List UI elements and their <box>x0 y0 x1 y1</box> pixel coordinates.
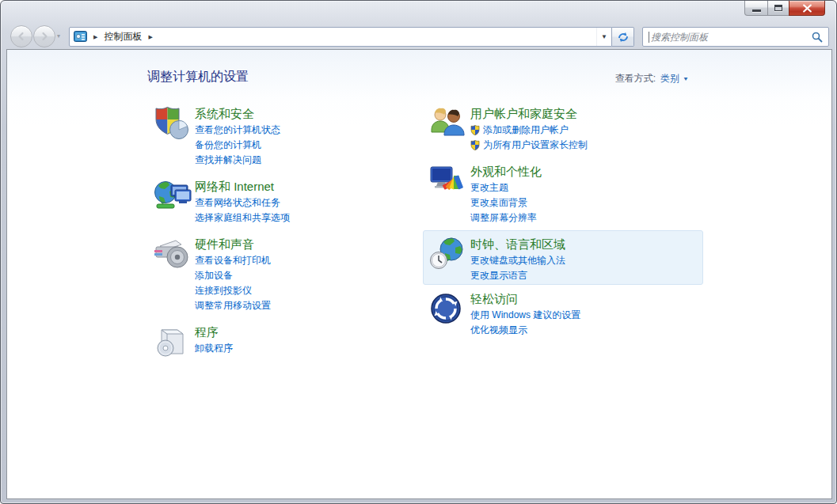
task-link[interactable]: 更改主题 <box>470 180 542 195</box>
task-link-label: 调整屏幕分辨率 <box>470 210 537 225</box>
search-caret <box>649 32 649 43</box>
view-by-dropdown-icon: ▼ <box>683 76 689 82</box>
category-title-ease-of-access[interactable]: 轻松访问 <box>470 290 580 308</box>
view-by-value: 类别 <box>660 72 679 85</box>
hardware-sound-icon <box>154 237 192 271</box>
task-link-label: 选择家庭组和共享选项 <box>195 210 290 225</box>
task-link-label: 更改桌面背景 <box>470 195 527 210</box>
category-title-appearance-personalization[interactable]: 外观和个性化 <box>470 163 542 180</box>
forward-button[interactable] <box>33 25 55 47</box>
task-link[interactable]: 查看网络状态和任务 <box>195 195 290 210</box>
user-accounts-icon <box>429 106 467 141</box>
close-button[interactable] <box>789 1 825 16</box>
network-internet-icon <box>154 179 192 214</box>
task-link[interactable]: 为所有用户设置家长控制 <box>470 138 588 153</box>
breadcrumb-root[interactable]: 控制面板 <box>104 30 142 44</box>
address-bar: ▶ 控制面板 ▶ ▼ <box>69 27 634 47</box>
forward-arrow-icon <box>40 32 49 41</box>
control-panel-icon <box>74 31 87 43</box>
category-title-system-security[interactable]: 系统和安全 <box>195 105 280 123</box>
search-input[interactable] <box>651 32 812 43</box>
task-link[interactable]: 添加或删除用户帐户 <box>470 123 588 138</box>
category-title-programs[interactable]: 程序 <box>195 324 233 341</box>
task-link[interactable]: 卸载程序 <box>195 341 233 356</box>
task-link-label: 卸载程序 <box>195 341 233 356</box>
category-title-clock-language-region[interactable]: 时钟、语言和区域 <box>470 236 565 253</box>
breadcrumb-arrow-icon[interactable]: ▶ <box>148 34 152 40</box>
category-user-accounts-family-safety: 用户帐户和家庭安全 添加或删除用户帐户 为所有用户设置家长控制 <box>423 104 702 153</box>
category-title-user-accounts-family-safety[interactable]: 用户帐户和家庭安全 <box>470 105 588 123</box>
task-link-label: 查看设备和打印机 <box>195 253 271 268</box>
system-security-icon <box>154 106 192 141</box>
back-arrow-icon <box>17 32 26 41</box>
category-programs: 程序 卸载程序 <box>147 323 409 359</box>
breadcrumb-arrow-icon[interactable]: ▶ <box>93 34 97 40</box>
category-system-security: 系统和安全 查看您的计算机状态备份您的计算机查找并解决问题 <box>147 104 409 168</box>
clock-region-icon <box>429 237 467 271</box>
task-link-label: 查找并解决问题 <box>195 153 261 168</box>
category-network-internet: 网络和 Internet 查看网络状态和任务选择家庭组和共享选项 <box>147 177 409 225</box>
minimize-icon <box>752 9 761 12</box>
view-by-label: 查看方式: <box>615 72 656 85</box>
task-link[interactable]: 使用 Windows 建议的设置 <box>470 308 580 323</box>
task-link[interactable]: 备份您的计算机 <box>195 138 280 153</box>
view-by-control: 查看方式: 类别 ▼ <box>615 72 689 85</box>
close-icon <box>802 4 812 13</box>
ease-of-access-icon <box>429 291 467 326</box>
category-column-right: 用户帐户和家庭安全 添加或删除用户帐户 为所有用户设置家长控制 外观和个性化 更… <box>423 104 702 347</box>
task-link[interactable]: 选择家庭组和共享选项 <box>195 210 290 225</box>
category-hardware-sound: 硬件和声音 查看设备和打印机添加设备连接到投影仪调整常用移动设置 <box>147 235 409 313</box>
task-link[interactable]: 查找并解决问题 <box>195 153 280 168</box>
search-icon[interactable] <box>812 32 823 43</box>
task-link-label: 使用 Windows 建议的设置 <box>470 308 580 323</box>
task-link-label: 更改主题 <box>470 180 508 195</box>
address-dropdown-icon[interactable]: ▼ <box>596 28 611 46</box>
category-column-left: 系统和安全 查看您的计算机状态备份您的计算机查找并解决问题 网络和 Intern… <box>147 104 409 369</box>
task-link[interactable]: 更改显示语言 <box>470 268 565 283</box>
task-link[interactable]: 连接到投影仪 <box>195 283 271 298</box>
task-link-label: 为所有用户设置家长控制 <box>483 138 588 153</box>
task-link-label: 更改键盘或其他输入法 <box>470 253 565 268</box>
category-ease-of-access: 轻松访问 使用 Windows 建议的设置优化视频显示 <box>423 290 702 338</box>
category-clock-language-region: 时钟、语言和区域 更改键盘或其他输入法更改显示语言 <box>423 235 702 283</box>
task-link-label: 调整常用移动设置 <box>195 298 271 313</box>
refresh-icon <box>617 32 630 43</box>
recent-pages-chevron[interactable]: ▾ <box>57 32 60 40</box>
page-title: 调整计算机的设置 <box>147 69 249 85</box>
task-link-label: 优化视频显示 <box>470 323 527 338</box>
category-title-network-internet[interactable]: 网络和 Internet <box>195 178 290 195</box>
maximize-button[interactable] <box>767 1 789 16</box>
view-by-dropdown[interactable]: 类别 ▼ <box>660 72 689 85</box>
appearance-icon <box>429 164 467 199</box>
refresh-button[interactable] <box>612 27 634 47</box>
task-link[interactable]: 更改桌面背景 <box>470 195 542 210</box>
back-button[interactable] <box>10 25 32 47</box>
category-title-hardware-sound[interactable]: 硬件和声音 <box>195 236 271 253</box>
category-appearance-personalization: 外观和个性化 更改主题更改桌面背景调整屏幕分辨率 <box>423 162 702 225</box>
window-controls <box>744 1 825 16</box>
task-link-label: 备份您的计算机 <box>195 138 261 153</box>
uac-shield-icon <box>470 140 480 150</box>
task-link-label: 添加或删除用户帐户 <box>483 123 569 138</box>
control-panel-window: ▾ ▶ 控制面板 ▶ ▼ <box>0 0 837 504</box>
content-area: 调整计算机的设置 查看方式: 类别 ▼ 系统和安全 查看您的计算机状态备份您的计… <box>7 50 831 498</box>
maximize-icon <box>774 5 782 11</box>
programs-icon <box>154 324 192 359</box>
uac-shield-icon <box>470 125 480 135</box>
task-link[interactable]: 查看您的计算机状态 <box>195 123 280 138</box>
task-link-label: 连接到投影仪 <box>195 283 252 298</box>
task-link-label: 查看您的计算机状态 <box>195 123 280 138</box>
task-link-label: 添加设备 <box>195 268 233 283</box>
task-link[interactable]: 优化视频显示 <box>470 323 580 338</box>
task-link[interactable]: 调整屏幕分辨率 <box>470 210 542 225</box>
task-link[interactable]: 调整常用移动设置 <box>195 298 271 313</box>
task-link-label: 更改显示语言 <box>470 268 527 283</box>
search-box <box>642 27 829 47</box>
minimize-button[interactable] <box>744 1 768 16</box>
task-link-label: 查看网络状态和任务 <box>195 195 280 210</box>
breadcrumb[interactable]: ▶ 控制面板 ▶ ▼ <box>69 27 612 47</box>
task-link[interactable]: 查看设备和打印机 <box>195 253 271 268</box>
task-link[interactable]: 添加设备 <box>195 268 271 283</box>
task-link[interactable]: 更改键盘或其他输入法 <box>470 253 565 268</box>
